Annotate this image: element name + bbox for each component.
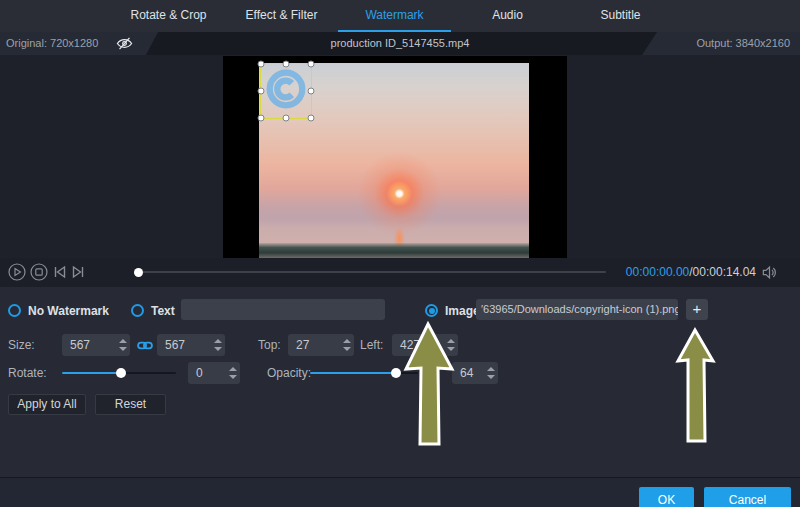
watermark-selection-box[interactable] — [260, 63, 312, 119]
volume-icon[interactable] — [761, 264, 778, 281]
ok-button[interactable]: OK — [639, 487, 694, 507]
resize-handle-e[interactable] — [308, 88, 315, 95]
rotate-slider[interactable] — [62, 372, 176, 374]
ocean-wave-band — [259, 243, 529, 258]
timeline-slider[interactable] — [136, 271, 606, 273]
opacity-slider[interactable] — [310, 372, 418, 374]
previous-frame-button[interactable] — [52, 263, 70, 281]
size-height-spinner[interactable]: 567 — [157, 334, 225, 356]
footer-bar: OK Cancel — [0, 477, 800, 507]
text-watermark-label: Text — [151, 304, 175, 318]
add-image-button[interactable]: + — [686, 299, 708, 320]
opacity-spin-arrows[interactable] — [483, 362, 498, 384]
tab-audio[interactable]: Audio — [451, 0, 564, 32]
next-frame-button[interactable] — [70, 263, 88, 281]
opacity-slider-handle[interactable] — [391, 368, 401, 378]
image-watermark-label: Image — [445, 304, 480, 318]
stop-button[interactable] — [30, 263, 48, 281]
left-spinner[interactable]: 427 — [392, 334, 458, 356]
top-value: 27 — [288, 334, 339, 356]
original-resolution: Original: 720x1280 — [6, 32, 98, 55]
reset-button[interactable]: Reset — [95, 394, 166, 415]
tab-effect-filter[interactable]: Effect & Filter — [225, 0, 338, 32]
top-spin-arrows[interactable] — [339, 334, 354, 356]
original-resolution-panel: Original: 720x1280 — [0, 32, 158, 55]
play-button[interactable] — [8, 263, 26, 281]
resize-handle-nw[interactable] — [258, 61, 265, 68]
size-width-value: 567 — [62, 334, 115, 356]
player-bar: 00:00:00.00/00:00:14.04 — [0, 258, 800, 287]
rotate-value: 0 — [188, 362, 225, 384]
left-value: 427 — [392, 334, 443, 356]
resize-handle-w[interactable] — [258, 88, 265, 95]
tab-rotate-crop[interactable]: Rotate & Crop — [112, 0, 225, 32]
current-time: 00:00:00.00 — [626, 265, 689, 279]
text-watermark-input[interactable] — [181, 299, 385, 320]
top-label: Top: — [258, 338, 281, 352]
timeline-handle[interactable] — [134, 268, 143, 277]
size-width-spinner[interactable]: 567 — [62, 334, 130, 356]
resize-handle-se[interactable] — [308, 115, 315, 122]
rotate-label: Rotate: — [8, 366, 47, 380]
cancel-button[interactable]: Cancel — [704, 487, 791, 507]
text-watermark-radio[interactable] — [131, 304, 144, 317]
watermark-editor-window: Rotate & Crop Effect & Filter Watermark … — [0, 0, 800, 507]
opacity-value: 64 — [452, 362, 483, 384]
apply-to-all-button[interactable]: Apply to All — [8, 394, 86, 415]
output-resolution: Output: 3840x2160 — [696, 37, 800, 49]
total-time: /00:00:14.04 — [689, 265, 756, 279]
rotate-spinner[interactable]: 0 — [188, 362, 240, 384]
resize-handle-n[interactable] — [283, 61, 290, 68]
pointer-arrow-right — [678, 330, 713, 441]
opacity-spinner[interactable]: 64 — [452, 362, 498, 384]
left-label: Left: — [360, 338, 383, 352]
image-path-field[interactable]: ′63965/Downloads/copyright-icon (1).png — [476, 299, 678, 320]
hide-watermark-eye-icon[interactable] — [116, 35, 133, 52]
preview-stage — [0, 55, 800, 258]
copyright-watermark-icon — [265, 68, 307, 114]
rotate-slider-handle[interactable] — [116, 368, 126, 378]
no-watermark-radio[interactable] — [8, 304, 21, 317]
resize-handle-ne[interactable] — [308, 61, 315, 68]
image-watermark-radio[interactable] — [425, 304, 438, 317]
tab-bar: Rotate & Crop Effect & Filter Watermark … — [0, 0, 800, 32]
tab-watermark[interactable]: Watermark — [338, 0, 451, 32]
resize-handle-s[interactable] — [283, 115, 290, 122]
size-width-spin-arrows[interactable] — [115, 334, 130, 356]
time-display: 00:00:00.00/00:00:14.04 — [626, 258, 756, 287]
size-height-value: 567 — [157, 334, 210, 356]
size-height-spin-arrows[interactable] — [210, 334, 225, 356]
top-spinner[interactable]: 27 — [288, 334, 354, 356]
tab-subtitle[interactable]: Subtitle — [564, 0, 677, 32]
no-watermark-label: No Watermark — [28, 304, 109, 318]
size-label: Size: — [8, 338, 35, 352]
resize-handle-sw[interactable] — [258, 115, 265, 122]
opacity-label: Opacity: — [267, 366, 311, 380]
left-spin-arrows[interactable] — [443, 334, 458, 356]
info-bar: production ID_5147455.mp4 Original: 720x… — [0, 32, 800, 55]
output-resolution-panel: Output: 3840x2160 — [642, 32, 800, 55]
rotate-spin-arrows[interactable] — [225, 362, 240, 384]
link-aspect-icon[interactable] — [137, 338, 153, 356]
